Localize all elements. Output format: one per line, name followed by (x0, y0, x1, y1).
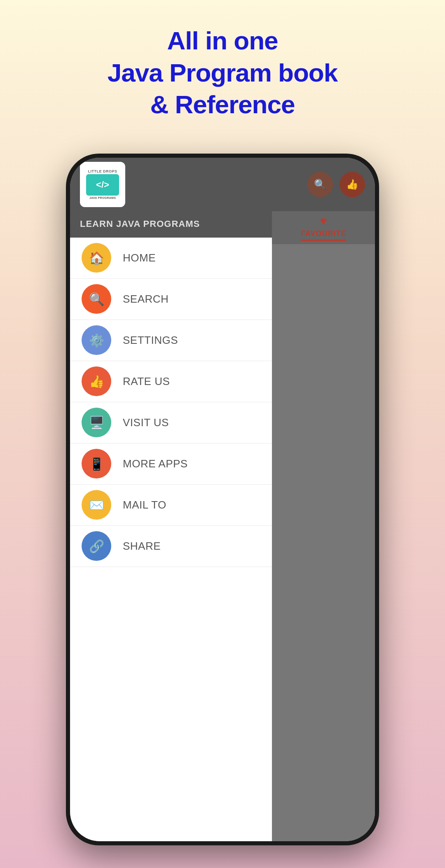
home-bar (181, 834, 264, 837)
search-label: SEARCH (123, 293, 169, 306)
main-content: ♥ FAVOURITE (272, 211, 375, 841)
menu-item-more-apps[interactable]: 📱MORE APPS (70, 443, 272, 485)
more-apps-icon: 📱 (82, 449, 111, 478)
like-icon[interactable]: 👍 (340, 172, 365, 197)
menu-item-rate-us[interactable]: 👍RATE US (70, 361, 272, 402)
tab-label: FAVOURITE (301, 229, 347, 241)
visit-us-icon: 🖥️ (82, 408, 111, 437)
logo-title: LITTLE DROPS (88, 169, 117, 173)
headline-line3: & Reference (150, 90, 295, 119)
menu-item-visit-us[interactable]: 🖥️VISIT US (70, 402, 272, 443)
app-logo: LITTLE DROPS </> JAVA PROGRAMS (80, 162, 125, 207)
rate-us-icon: 👍 (82, 366, 111, 396)
app-bar-icons: 🔍 👍 (307, 172, 365, 197)
home-icon: 🏠 (82, 243, 111, 273)
heart-icon: ♥ (320, 215, 327, 228)
rate-us-label: RATE US (123, 375, 170, 388)
share-icon: 🔗 (82, 531, 111, 561)
app-headline: All in one Java Program book & Reference (108, 25, 337, 121)
navigation-drawer: LEARN JAVA PROGRAMS 🏠HOME🔍SEARCH⚙️SETTIN… (70, 211, 272, 841)
settings-icon: ⚙️ (82, 325, 111, 355)
content-area (272, 244, 375, 841)
phone-screen: LITTLE DROPS </> JAVA PROGRAMS 🔍 👍 LEARN… (70, 158, 375, 841)
drawer-menu: 🏠HOME🔍SEARCH⚙️SETTINGS👍RATE US🖥️VISIT US… (70, 238, 272, 841)
menu-item-mail-to[interactable]: ✉️MAIL TO (70, 485, 272, 526)
logo-subtitle: JAVA PROGRAMS (89, 196, 116, 199)
mail-to-label: MAIL TO (123, 499, 166, 511)
drawer-app-name: LEARN JAVA PROGRAMS (80, 219, 262, 229)
search-icon: 🔍 (82, 284, 111, 314)
drawer-header: LEARN JAVA PROGRAMS (70, 211, 272, 238)
mail-to-icon: ✉️ (82, 490, 111, 520)
headline-line1: All in one (167, 26, 278, 55)
menu-item-search[interactable]: 🔍SEARCH (70, 279, 272, 320)
logo-code: </> (96, 180, 109, 190)
tab-bar: ♥ FAVOURITE (272, 211, 375, 244)
more-apps-label: MORE APPS (123, 457, 188, 470)
phone-mockup: LITTLE DROPS </> JAVA PROGRAMS 🔍 👍 LEARN… (66, 154, 379, 845)
menu-item-settings[interactable]: ⚙️SETTINGS (70, 320, 272, 361)
favourite-tab[interactable]: ♥ FAVOURITE (293, 215, 355, 241)
menu-item-share[interactable]: 🔗SHARE (70, 526, 272, 567)
headline-line2: Java Program book (108, 58, 337, 87)
settings-label: SETTINGS (123, 334, 178, 347)
share-label: SHARE (123, 540, 161, 553)
search-icon[interactable]: 🔍 (307, 172, 333, 197)
visit-us-label: VISIT US (123, 416, 169, 429)
app-bar: LITTLE DROPS </> JAVA PROGRAMS 🔍 👍 (70, 158, 375, 211)
logo-code-box: </> (86, 174, 119, 196)
home-label: HOME (123, 252, 156, 264)
drawer-container: LEARN JAVA PROGRAMS 🏠HOME🔍SEARCH⚙️SETTIN… (70, 211, 375, 841)
menu-item-home[interactable]: 🏠HOME (70, 238, 272, 279)
